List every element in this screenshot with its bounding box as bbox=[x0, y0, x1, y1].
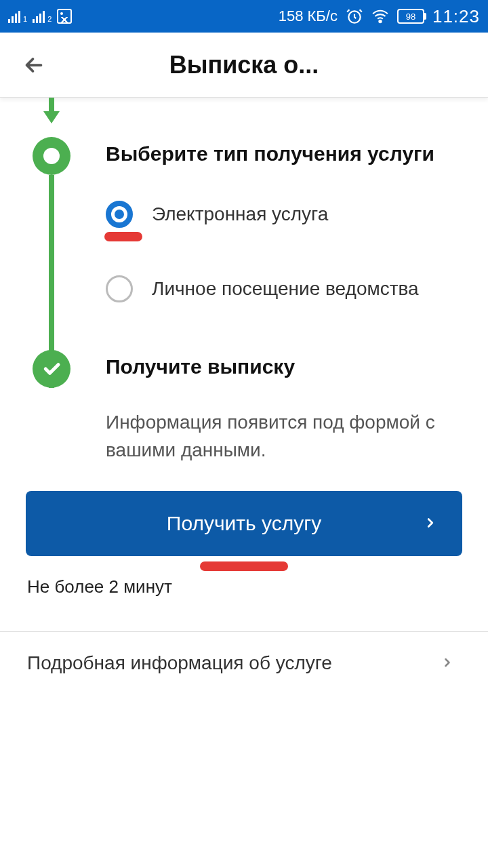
network-speed: 158 КБ/с bbox=[279, 7, 338, 25]
status-bar: 1 2 158 КБ/с 98 11:23 bbox=[0, 0, 488, 33]
step-choose-title: Выберите тип получения услуги bbox=[106, 141, 461, 167]
step-receive-description: Информация появится под формой с вашими … bbox=[106, 409, 461, 464]
page-title: Выписка о... bbox=[47, 51, 441, 79]
wait-time-note: Не более 2 минут bbox=[27, 576, 461, 597]
wifi-icon bbox=[371, 7, 389, 25]
radio-unselected-icon bbox=[106, 275, 133, 302]
service-type-radio-group: Электронная услуга Личное посещение ведо… bbox=[106, 201, 461, 302]
get-service-button[interactable]: Получить услугу bbox=[26, 491, 462, 556]
step-current-marker-icon bbox=[33, 137, 70, 175]
radio-electronic-label: Электронная услуга bbox=[152, 203, 328, 225]
back-button[interactable] bbox=[20, 52, 47, 79]
radio-electronic-service[interactable]: Электронная услуга bbox=[106, 201, 461, 228]
more-info-link[interactable]: Подробная информация об услуге bbox=[27, 632, 461, 694]
chevron-right-icon bbox=[423, 512, 438, 535]
clock: 11:23 bbox=[432, 6, 480, 27]
svg-point-1 bbox=[379, 20, 381, 22]
annotation-highlight bbox=[104, 232, 142, 241]
signal-2-icon: 2 bbox=[33, 9, 52, 23]
battery-icon: 98 bbox=[397, 9, 424, 24]
radio-in-person-visit[interactable]: Личное посещение ведомства bbox=[106, 275, 461, 302]
battery-level: 98 bbox=[406, 12, 415, 22]
step-done-marker-icon bbox=[33, 350, 70, 388]
app-bar: Выписка о... bbox=[0, 33, 488, 98]
step-receive-title: Получите выписку bbox=[106, 354, 461, 380]
annotation-highlight bbox=[200, 561, 288, 571]
radio-selected-icon bbox=[106, 201, 133, 228]
chevron-right-icon bbox=[441, 652, 454, 674]
alarm-icon bbox=[346, 7, 363, 25]
signal-1-icon: 1 bbox=[8, 9, 27, 23]
radio-in-person-label: Личное посещение ведомства bbox=[152, 278, 419, 300]
get-service-label: Получить услугу bbox=[167, 512, 321, 535]
more-info-label: Подробная информация об услуге bbox=[27, 652, 332, 674]
picture-icon bbox=[57, 9, 72, 24]
